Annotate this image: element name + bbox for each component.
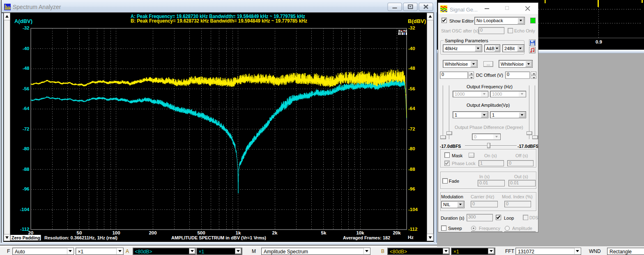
svg-text:Averaged Frames: 182: Averaged Frames: 182	[343, 235, 390, 240]
svg-text:-96: -96	[23, 186, 30, 191]
svg-text:1k: 1k	[236, 230, 241, 235]
svg-text:-72: -72	[408, 126, 415, 131]
svg-text:5k: 5k	[321, 230, 327, 235]
svg-text:-40: -40	[23, 46, 30, 51]
svg-text:200: 200	[149, 230, 156, 235]
svg-text:-40: -40	[408, 46, 415, 51]
svg-text:-104: -104	[408, 207, 418, 212]
svg-text:-112: -112	[408, 227, 417, 232]
svg-text:Resolution: 0.366211Hz, 1Hz (r: Resolution: 0.366211Hz, 1Hz (real)	[44, 235, 117, 240]
svg-text:-64: -64	[408, 106, 415, 111]
svg-text:-56: -56	[23, 86, 30, 91]
svg-text:Spectrum Analyzer: Spectrum Analyzer	[13, 4, 61, 10]
svg-text:-80: -80	[23, 146, 30, 151]
svg-text:-88: -88	[23, 167, 30, 172]
svg-text:A(dBV): A(dBV)	[14, 18, 32, 24]
svg-text:AMPLITUDE SPECTRUM in dBV (Vr=: AMPLITUDE SPECTRUM in dBV (Vr=1 Vrms)	[171, 235, 266, 240]
svg-text:100: 100	[112, 230, 120, 235]
svg-text:20: 20	[28, 230, 34, 235]
svg-text:-88: -88	[408, 167, 415, 172]
svg-text:-48: -48	[408, 66, 415, 71]
svg-text:-96: -96	[408, 186, 415, 191]
svg-text:Hz: Hz	[408, 235, 414, 240]
svg-text:20k: 20k	[393, 230, 401, 235]
svg-text:-32: -32	[23, 25, 30, 30]
svg-text:10k: 10k	[356, 230, 364, 235]
svg-text:2k: 2k	[272, 230, 278, 235]
svg-text:-80: -80	[408, 146, 415, 151]
svg-text:-56: -56	[408, 86, 415, 91]
svg-text:-32: -32	[408, 25, 415, 30]
svg-text:500: 500	[197, 230, 205, 235]
svg-text:-104: -104	[20, 207, 30, 212]
svg-text:0.9: 0.9	[596, 39, 602, 44]
svg-text:B(dBV): B(dBV)	[408, 18, 426, 24]
svg-text:B: Peak Frequency= 19.628732: B: Peak Frequency= 19.628732 kHz Bandwid…	[131, 18, 307, 24]
svg-text:-72: -72	[23, 126, 30, 131]
svg-text:50: 50	[77, 230, 82, 235]
svg-text:-64: -64	[23, 106, 30, 111]
svg-text:-48: -48	[23, 66, 30, 71]
svg-text:Zero Padding: Zero Padding	[12, 235, 40, 240]
